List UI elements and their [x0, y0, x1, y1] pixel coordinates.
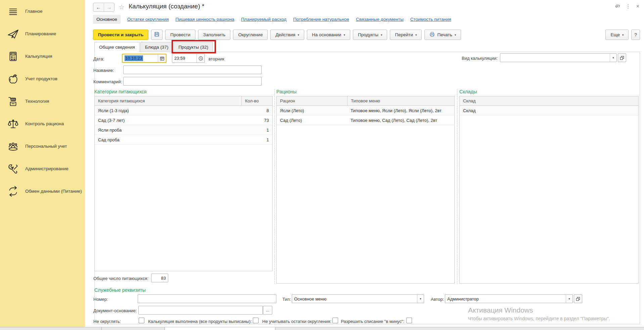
author-select[interactable]: Администратор ▾ — [445, 294, 573, 303]
date-label: Дата: — [93, 56, 104, 61]
comment-input[interactable] — [123, 77, 262, 86]
calc-kind-input[interactable]: ▾ — [500, 53, 617, 62]
categories-table: Категория питающихся Кол-во Ясли (1-3 го… — [94, 96, 273, 271]
table-row[interactable]: Сад (Лето) Типовое меню, Сад (Лето), Сад… — [277, 115, 454, 125]
categories-section-title: Категории питающихся — [94, 89, 147, 94]
tab-obshchie-svedeniya[interactable]: Общие сведения — [94, 42, 140, 52]
favorite-star-icon[interactable]: ☆ — [119, 3, 125, 11]
products-menu-button[interactable]: Продукты▾ — [353, 30, 387, 40]
taskbar-divider — [101, 327, 102, 330]
type-select[interactable]: Основное меню ▾ — [292, 294, 424, 303]
sidebar-item-label: Персональный учет — [25, 144, 67, 149]
sidebar-item-kalkulyaciya[interactable]: Калькуляция — [0, 45, 85, 67]
no-leftover-label: Не учитывать остатки округления: — [262, 319, 331, 324]
base-doc-label: Документ-основание: — [93, 308, 137, 313]
name-input[interactable] — [123, 65, 262, 74]
more-button[interactable]: Еще▾ — [605, 30, 629, 40]
table-row[interactable]: Сад проба 1 — [95, 135, 272, 145]
floppy-disk-icon — [154, 32, 159, 38]
calendar-icon[interactable] — [158, 54, 166, 62]
column-header[interactable]: Склад — [460, 96, 638, 105]
number-input[interactable] — [138, 294, 276, 303]
calc-done-checkbox[interactable] — [253, 318, 259, 323]
print-menu-button[interactable]: Печать▾ — [424, 30, 461, 40]
splitter[interactable] — [274, 89, 275, 284]
nav-item-ostatki-okrugleniya[interactable]: Остатки округления — [127, 17, 169, 22]
nav-item-stoimost-pitaniya[interactable]: Стоимость питания — [410, 17, 451, 22]
table-row[interactable]: Ясли проба 1 — [95, 125, 272, 135]
column-header[interactable]: Типовое меню — [347, 96, 454, 105]
scales-icon — [7, 117, 19, 130]
sidebar-item-glavnoe[interactable]: Главное — [0, 0, 85, 22]
splitter[interactable] — [457, 89, 457, 284]
base-doc-input[interactable] — [138, 306, 263, 315]
printer-icon — [429, 32, 435, 38]
sidebar-item-uchet-produktov[interactable]: Учет продуктов — [0, 67, 85, 90]
tab-strip: Общие сведения Блюда (37) Продукты (32) — [94, 42, 214, 52]
table-row[interactable]: Ясли (1-3 года) 8 — [95, 106, 272, 115]
link-icon[interactable] — [614, 3, 620, 10]
based-on-menu-button[interactable]: На основании▾ — [307, 30, 350, 40]
author-open-button[interactable] — [574, 294, 582, 303]
apple-icon — [7, 73, 19, 85]
column-header[interactable]: Категория питающихся — [95, 96, 241, 105]
tab-produkty[interactable]: Продукты (32) — [174, 42, 213, 52]
sidebar-item-personalnyj-uchet[interactable]: Персональный учет — [0, 135, 85, 157]
nav-item-planiruemyj-raskhod[interactable]: Планируемый расход — [241, 17, 286, 22]
goto-menu-button[interactable]: Перейти▾ — [390, 30, 422, 40]
rations-table-header: Рацион Типовое меню — [277, 96, 454, 106]
sidebar-item-kontrol-raciona[interactable]: Контроль рациона — [0, 112, 85, 135]
nav-item-pishchevaya-cennost[interactable]: Пищевая ценность рациона — [176, 17, 234, 22]
more-menu-icon[interactable]: ⋮ — [626, 4, 631, 9]
chevron-down-icon[interactable]: ▾ — [566, 295, 572, 303]
table-row[interactable]: Ясли (Лето) Типовое меню, Ясли (Лето), Я… — [277, 106, 454, 115]
chevron-down-icon: ▾ — [298, 33, 300, 37]
forward-button[interactable]: → — [104, 3, 114, 11]
rations-section-title: Рационы — [276, 89, 296, 94]
column-header[interactable]: Кол-во — [241, 96, 272, 105]
column-header[interactable]: Рацион — [277, 96, 347, 105]
save-button[interactable] — [151, 30, 163, 40]
taskbar-segment — [165, 327, 275, 330]
taskbar-divider — [165, 327, 165, 330]
base-doc-browse-button[interactable]: ... — [263, 306, 272, 315]
table-row[interactable]: Склад — [460, 106, 638, 115]
no-leftover-checkbox[interactable] — [332, 318, 338, 323]
actions-menu-button[interactable]: Действия▾ — [270, 30, 304, 40]
sidebar-item-label: Планирование — [25, 31, 56, 36]
calc-done-label: Калькуляция выполнена (все продукты выпи… — [148, 319, 252, 324]
people-icon — [7, 140, 19, 153]
document-nav: Основное Остатки округления Пищевая ценн… — [93, 15, 451, 24]
nav-item-svyazannye-dokumenty[interactable]: Связанные документы — [356, 17, 404, 22]
help-button[interactable]: ? — [631, 30, 640, 40]
sidebar-item-label: Обмен данными (Питание) — [25, 189, 82, 194]
allow-negative-checkbox[interactable] — [406, 318, 412, 323]
table-row[interactable]: Сад (3-7 лет) 73 — [95, 115, 272, 125]
rounding-button[interactable]: Округление — [233, 30, 268, 40]
close-icon[interactable]: × — [636, 4, 639, 9]
tab-blyuda[interactable]: Блюда (37) — [140, 42, 173, 52]
date-input[interactable]: 10.10.23 — [122, 54, 167, 63]
fill-button[interactable]: Заполнить — [198, 30, 230, 40]
nav-item-potreblenie-naturalnoe[interactable]: Потребление натуральное — [293, 17, 349, 22]
chevron-down-icon: ▾ — [415, 33, 417, 37]
sidebar-item-planirovanie[interactable]: Планирование — [0, 22, 85, 45]
clock-icon[interactable] — [196, 54, 204, 62]
total-eaters-input[interactable]: 83 — [151, 274, 168, 282]
application-window: Главное Планирование Калькуляция Учет пр… — [0, 0, 644, 330]
chevron-down-icon: ▾ — [622, 33, 624, 37]
type-label: Тип: — [282, 297, 291, 302]
back-button[interactable]: ← — [93, 3, 104, 11]
chevron-down-icon[interactable]: ▾ — [417, 295, 424, 303]
sidebar-item-tekhnologiya[interactable]: Технология — [0, 90, 85, 112]
sidebar-item-label: Администрирование — [25, 166, 68, 171]
post-and-close-button[interactable]: Провести и закрыть — [93, 30, 148, 40]
sidebar-item-obmen-dannymi[interactable]: Обмен данными (Питание) — [0, 180, 85, 202]
chevron-down-icon[interactable]: ▾ — [610, 54, 616, 62]
post-button[interactable]: Провести — [165, 30, 195, 40]
sidebar-item-administrirovanie[interactable]: Администрирование — [0, 157, 85, 180]
time-input[interactable]: 23:59 — [172, 54, 205, 63]
nav-item-osnovnoe[interactable]: Основное — [93, 15, 121, 24]
calc-kind-open-button[interactable] — [618, 53, 626, 62]
no-round-checkbox[interactable] — [139, 318, 144, 323]
